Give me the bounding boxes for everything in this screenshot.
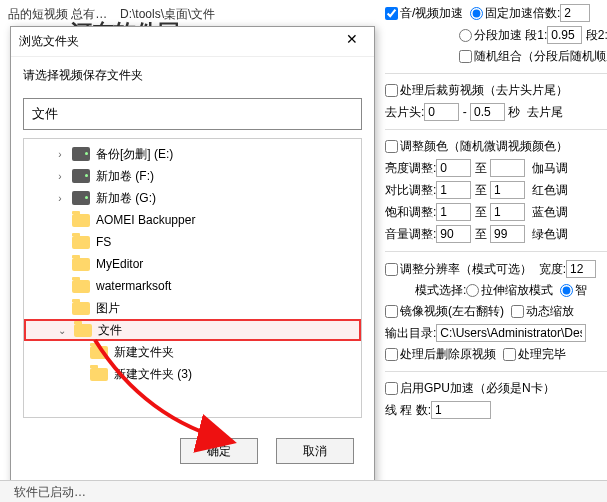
dyn-scale-label: 动态缩放 (526, 303, 574, 320)
fixed-accel-input[interactable] (560, 4, 590, 22)
sec-label: 秒 (508, 104, 520, 121)
ok-button[interactable]: 确定 (180, 438, 258, 464)
folder-icon (72, 302, 90, 315)
drive-icon (72, 147, 90, 161)
seg1-label: 段1: (525, 27, 547, 44)
chevron-icon: › (54, 171, 66, 182)
trim-label: 处理后裁剪视频（去片头片尾） (400, 82, 568, 99)
adjust-res-label: 调整分辨率（模式可选） (400, 261, 532, 278)
cancel-button[interactable]: 取消 (276, 438, 354, 464)
status-bar: 软件已启动… (0, 480, 607, 502)
mode-sel-label: 模式选择: (415, 282, 466, 299)
del-src-checkbox[interactable] (385, 348, 398, 361)
folder-tree[interactable]: ›备份[勿删] (E:)›新加卷 (F:)›新加卷 (G:)AOMEI Back… (23, 138, 362, 418)
trim-checkbox[interactable] (385, 84, 398, 97)
out-dir-input[interactable] (436, 324, 586, 342)
folder-icon (72, 258, 90, 271)
tree-item-label: MyEditor (96, 257, 143, 271)
tree-item-label: 图片 (96, 300, 120, 317)
mirror-label: 镜像视频(左右翻转) (400, 303, 504, 320)
fixed-accel-label: 固定加速倍数: (485, 5, 560, 22)
brightness-label: 亮度调整: (385, 160, 436, 177)
adjust-color-checkbox[interactable] (385, 140, 398, 153)
tree-item-label: 文件 (98, 322, 122, 339)
tree-item-label: AOMEI Backupper (96, 213, 195, 227)
drive-icon (72, 191, 90, 205)
folder-icon (72, 214, 90, 227)
close-icon: ✕ (346, 31, 358, 47)
tree-item-label: 新加卷 (G:) (96, 190, 156, 207)
tail-input[interactable] (470, 103, 505, 121)
drive-icon (72, 169, 90, 183)
tree-item[interactable]: FS (24, 231, 361, 253)
tree-item[interactable]: ⌄文件 (24, 319, 361, 341)
gpu-label: 启用GPU加速（必须是N卡） (400, 380, 555, 397)
tree-item[interactable]: MyEditor (24, 253, 361, 275)
mode-stretch-label: 拉伸缩放模式 (481, 282, 553, 299)
brightness-in2[interactable] (490, 159, 525, 177)
tree-item-label: FS (96, 235, 111, 249)
chevron-icon: ⌄ (56, 325, 68, 336)
out-dir-label: 输出目录: (385, 325, 436, 342)
contrast-label: 对比调整: (385, 182, 436, 199)
red-label: 红色调 (532, 182, 568, 199)
mode-stretch-radio[interactable] (466, 284, 479, 297)
vol-in1[interactable] (436, 225, 471, 243)
browse-folder-dialog: 浏览文件夹 ✕ 请选择视频保存文件夹 文件 ›备份[勿删] (E:)›新加卷 (… (10, 26, 375, 486)
tree-item-label: 新建文件夹 (3) (114, 366, 192, 383)
dyn-scale-checkbox[interactable] (511, 305, 524, 318)
tree-item[interactable]: 图片 (24, 297, 361, 319)
chevron-icon: › (54, 193, 66, 204)
done-checkbox[interactable] (503, 348, 516, 361)
tree-item-label: 备份[勿删] (E:) (96, 146, 173, 163)
tree-item-label: watermarksoft (96, 279, 171, 293)
seg2-label: 段2: (586, 27, 607, 44)
tree-item[interactable]: AOMEI Backupper (24, 209, 361, 231)
tree-item[interactable]: ›新加卷 (F:) (24, 165, 361, 187)
mode-smart-radio[interactable] (560, 284, 573, 297)
head-input[interactable] (424, 103, 459, 121)
tree-item[interactable]: ›备份[勿删] (E:) (24, 143, 361, 165)
accel-checkbox[interactable] (385, 7, 398, 20)
tree-item[interactable]: 新建文件夹 (24, 341, 361, 363)
tree-item-label: 新加卷 (F:) (96, 168, 154, 185)
del-src-label: 处理后删除原视频 (400, 346, 496, 363)
mode-smart-label: 智 (575, 282, 587, 299)
adjust-res-checkbox[interactable] (385, 263, 398, 276)
path-display[interactable]: 文件 (23, 98, 362, 130)
sat-in1[interactable] (436, 203, 471, 221)
folder-icon (74, 324, 92, 337)
folder-icon (72, 236, 90, 249)
threads-label: 线 程 数: (385, 402, 431, 419)
close-button[interactable]: ✕ (338, 31, 366, 53)
done-label: 处理完毕 (518, 346, 566, 363)
head-label: 去片头: (385, 104, 424, 121)
tail-btn-label: 去片尾 (527, 104, 563, 121)
dialog-prompt: 请选择视频保存文件夹 (11, 57, 374, 90)
settings-panel: 音/视频加速 固定加速倍数: 分段加速 段1: 段2: 随机组合（分段后随机顺序… (385, 0, 607, 502)
threads-input[interactable] (431, 401, 491, 419)
mirror-checkbox[interactable] (385, 305, 398, 318)
tree-item[interactable]: ›新加卷 (G:) (24, 187, 361, 209)
rand-combo-checkbox[interactable] (459, 50, 472, 63)
sat-in2[interactable] (490, 203, 525, 221)
rand-combo-label: 随机组合（分段后随机顺序重组） (474, 48, 607, 65)
gamma-label: 伽马调 (532, 160, 568, 177)
fixed-accel-radio[interactable] (470, 7, 483, 20)
green-label: 绿色调 (532, 226, 568, 243)
tree-item[interactable]: 新建文件夹 (3) (24, 363, 361, 385)
contrast-in1[interactable] (436, 181, 471, 199)
accel-label: 音/视频加速 (400, 5, 463, 22)
folder-icon (90, 368, 108, 381)
contrast-in2[interactable] (490, 181, 525, 199)
folder-icon (90, 346, 108, 359)
chevron-icon: › (54, 149, 66, 160)
tree-item[interactable]: watermarksoft (24, 275, 361, 297)
seg1-input[interactable] (547, 26, 582, 44)
blue-label: 蓝色调 (532, 204, 568, 221)
brightness-in1[interactable] (436, 159, 471, 177)
width-input[interactable] (566, 260, 596, 278)
seg-accel-radio[interactable] (459, 29, 472, 42)
vol-in2[interactable] (490, 225, 525, 243)
gpu-checkbox[interactable] (385, 382, 398, 395)
